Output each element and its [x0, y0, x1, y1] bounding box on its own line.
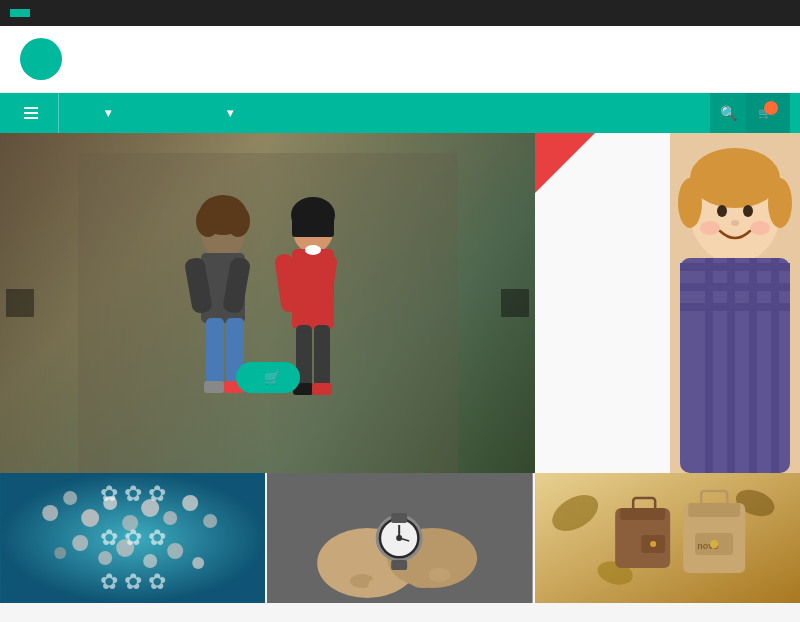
nav-right-group: 🔍 🛒: [710, 93, 790, 133]
svg-rect-43: [0, 473, 265, 603]
useful-links-menu[interactable]: [10, 93, 59, 133]
search-icon: 🔍: [720, 105, 737, 121]
svg-point-54: [72, 535, 88, 551]
svg-point-57: [143, 554, 157, 568]
svg-point-28: [717, 205, 727, 217]
svg-rect-19: [312, 383, 332, 395]
svg-point-31: [700, 221, 720, 235]
svg-point-51: [182, 495, 198, 511]
admin-bar: [0, 0, 800, 26]
svg-point-52: [203, 514, 217, 528]
svg-point-72: [368, 578, 390, 592]
svg-rect-0: [78, 153, 458, 473]
svg-rect-17: [314, 325, 330, 390]
logo-icon: [20, 38, 62, 80]
svg-point-55: [98, 551, 112, 565]
svg-point-26: [678, 178, 702, 228]
thumbnail-watches[interactable]: [267, 473, 532, 603]
site-header: [0, 26, 800, 93]
chevron-down-icon: ▾: [227, 106, 233, 120]
svg-rect-68: [391, 513, 407, 523]
svg-point-84: [650, 541, 656, 547]
svg-point-58: [167, 543, 183, 559]
svg-point-45: [63, 491, 77, 505]
cart-button[interactable]: 🛒: [746, 93, 790, 133]
nav-item-buynow[interactable]: [181, 93, 209, 133]
chevron-down-icon: ▾: [105, 106, 111, 120]
svg-point-74: [428, 568, 450, 582]
slider-prev-button[interactable]: [6, 289, 34, 317]
nav-links-group: ▾ ▾: [10, 93, 710, 133]
svg-point-25: [690, 148, 780, 208]
logo[interactable]: [20, 38, 72, 80]
svg-point-56: [116, 539, 134, 557]
nav-item-home[interactable]: [59, 93, 87, 133]
svg-point-53: [54, 547, 66, 559]
sale-badge: [535, 133, 595, 193]
promo-banner: [535, 133, 800, 473]
hero-content: 🛒: [236, 344, 300, 393]
svg-point-47: [103, 496, 117, 510]
hero-section: 🛒: [0, 133, 800, 473]
latest-product-badge[interactable]: [10, 9, 30, 17]
nav-item-blog[interactable]: [248, 93, 276, 133]
svg-rect-21: [292, 215, 334, 237]
svg-point-11: [226, 205, 250, 237]
hero-slider: 🛒: [0, 133, 535, 473]
svg-point-27: [768, 178, 792, 228]
svg-rect-41: [680, 258, 790, 473]
search-button[interactable]: 🔍: [710, 93, 746, 133]
svg-point-50: [163, 511, 177, 525]
nav-item-collection[interactable]: [153, 93, 181, 133]
svg-point-48: [122, 515, 138, 531]
nav-item-wishlist[interactable]: [125, 93, 153, 133]
hero-kids-illustration: [78, 153, 458, 473]
cart-icon-wrapper: 🛒: [758, 107, 772, 120]
slider-next-button[interactable]: [501, 289, 529, 317]
svg-point-22: [305, 245, 321, 255]
promo-text: [555, 295, 780, 311]
svg-rect-5: [206, 318, 224, 388]
hero-cta-button[interactable]: 🛒: [236, 362, 300, 393]
hamburger-icon: [24, 107, 38, 119]
svg-point-29: [743, 205, 753, 217]
svg-point-10: [196, 205, 220, 237]
nav-item-shop[interactable]: ▾: [87, 93, 125, 133]
thumbnail-jewelry[interactable]: [0, 473, 265, 603]
cart-icon-btn: 🛒: [264, 370, 280, 385]
svg-point-90: [710, 540, 718, 548]
nav-item-layouts[interactable]: ▾: [209, 93, 247, 133]
main-navigation: ▾ ▾ 🔍 🛒: [0, 93, 800, 133]
svg-rect-7: [204, 381, 224, 393]
svg-point-46: [81, 509, 99, 527]
svg-point-30: [731, 220, 739, 226]
cart-badge: [764, 101, 778, 115]
thumbnail-bags[interactable]: novo: [535, 473, 800, 603]
svg-rect-69: [391, 560, 407, 570]
svg-point-49: [141, 499, 159, 517]
thumbnail-row: novo: [0, 473, 800, 603]
svg-point-32: [750, 221, 770, 235]
svg-rect-42: [0, 473, 265, 603]
svg-point-59: [192, 557, 204, 569]
svg-point-44: [42, 505, 58, 521]
